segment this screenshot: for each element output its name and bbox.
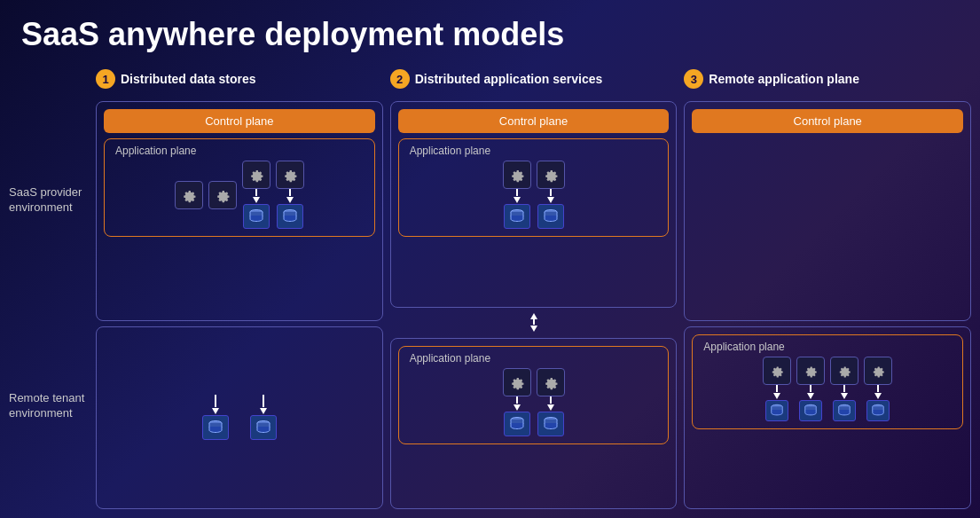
gear-icon xyxy=(537,368,565,396)
col3-badge: 3 xyxy=(684,69,703,89)
col2-badge: 2 xyxy=(390,69,410,89)
col1-control-plane: Control plane xyxy=(104,109,375,133)
col2-remote-panel: Application plane xyxy=(390,338,678,510)
gear-icon xyxy=(242,161,270,189)
long-arrow-1 xyxy=(212,395,219,415)
col1-gear-4-with-db xyxy=(276,161,304,229)
arrow-6 xyxy=(807,385,814,400)
col2-remote-gear-db-1 xyxy=(503,368,531,436)
db-icon xyxy=(504,204,530,229)
column-1: 1 Distributed data stores Control plane … xyxy=(96,62,383,509)
col3-provider-panel: Control plane xyxy=(684,101,971,321)
col1-gear-1 xyxy=(175,181,203,209)
col2-label: Distributed application services xyxy=(415,72,603,86)
gear-icon xyxy=(796,357,825,385)
col2-remote-gear-db-2 xyxy=(537,368,565,436)
db-icon xyxy=(866,400,890,421)
col2-gear-db-2 xyxy=(537,161,565,229)
gear-icon xyxy=(763,357,791,385)
col1-gears-row xyxy=(175,161,304,229)
col3-remote-gears-row xyxy=(763,357,892,421)
column-3: 3 Remote application plane Control plane… xyxy=(684,62,971,509)
db-icon xyxy=(250,415,277,440)
db-icon xyxy=(202,415,229,440)
col3-remote-gear-db-3 xyxy=(830,357,858,421)
remote-label: Remote tenant environment xyxy=(9,303,89,509)
arrow-7 xyxy=(841,385,848,400)
arrow-down-1 xyxy=(253,189,260,204)
provider-label: SaaS provider environment xyxy=(9,98,89,303)
col3-remote-app-plane-box: Application plane xyxy=(692,334,963,429)
gear-icon xyxy=(830,357,858,385)
db-icon xyxy=(537,412,564,436)
column-2: 2 Distributed application services Contr… xyxy=(390,62,678,509)
col3-remote-gear-db-2 xyxy=(796,357,825,421)
db-icon xyxy=(504,412,530,436)
col2-header: 2 Distributed application services xyxy=(390,62,678,96)
gear-icon xyxy=(537,161,565,189)
col1-app-plane-label: Application plane xyxy=(112,145,196,157)
col3-remote-gear-db-4 xyxy=(864,357,892,421)
col1-gear-2 xyxy=(208,181,237,209)
db-icon xyxy=(799,400,822,421)
col2-provider-panel: Control plane Application plane xyxy=(390,101,678,308)
page-title: SaaS anywhere deployment models xyxy=(0,0,980,62)
col1-remote-db-1 xyxy=(202,395,229,440)
db-icon xyxy=(243,204,270,229)
col3-label: Remote application plane xyxy=(709,72,859,86)
col1-provider-panel: Control plane Application plane xyxy=(96,101,383,321)
db-icon xyxy=(765,400,788,421)
arrow-2 xyxy=(547,189,554,204)
gear-icon xyxy=(864,357,892,385)
col1-panels: Control plane Application plane xyxy=(96,101,383,509)
col1-remote-db-2 xyxy=(250,395,277,440)
db-icon xyxy=(277,204,303,229)
db-icon xyxy=(833,400,856,421)
col3-control-plane: Control plane xyxy=(692,109,963,133)
col1-badge: 1 xyxy=(96,69,115,89)
col3-header: 3 Remote application plane xyxy=(684,62,971,96)
col2-remote-gears-row xyxy=(503,368,565,436)
col2-remote-app-plane-label: Application plane xyxy=(406,352,490,365)
col2-app-plane-box: Application plane xyxy=(398,138,670,237)
col3-remote-gear-db-1 xyxy=(763,357,791,421)
col1-gear-3-with-db xyxy=(242,161,270,229)
columns-container: 1 Distributed data stores Control plane … xyxy=(96,62,971,509)
col2-gears-row xyxy=(503,161,565,229)
col1-app-plane-box: Application plane xyxy=(104,138,375,237)
col2-gear-db-1 xyxy=(503,161,531,229)
db-icon xyxy=(537,204,564,229)
col2-app-plane-label: Application plane xyxy=(406,145,490,157)
col2-inter-arrow xyxy=(390,313,678,333)
col1-header: 1 Distributed data stores xyxy=(96,62,383,96)
gear-icon xyxy=(276,161,304,189)
col2-control-plane: Control plane xyxy=(398,109,670,133)
gear-icon xyxy=(208,181,237,209)
arrow-5 xyxy=(773,385,780,400)
arrow-down-2 xyxy=(286,189,294,204)
arrow-1 xyxy=(514,189,521,204)
bidirectional-arrow xyxy=(530,313,537,333)
long-arrow-2 xyxy=(260,395,267,415)
arrow-8 xyxy=(874,385,882,400)
col2-panels: Control plane Application plane xyxy=(390,101,678,509)
col2-remote-app-plane-box: Application plane xyxy=(398,346,670,444)
gear-icon xyxy=(503,161,531,189)
row-labels: SaaS provider environment Remote tenant … xyxy=(9,62,89,509)
col1-label: Distributed data stores xyxy=(121,72,255,86)
col1-remote-panel xyxy=(96,326,383,509)
col3-remote-panel: Application plane xyxy=(684,326,971,509)
arrow-4 xyxy=(547,396,554,412)
col3-panels: Control plane Application plane xyxy=(684,101,971,509)
arrow-3 xyxy=(514,396,521,412)
gear-icon xyxy=(175,181,203,209)
col3-remote-app-plane-label: Application plane xyxy=(700,341,784,353)
gear-icon xyxy=(503,368,531,396)
